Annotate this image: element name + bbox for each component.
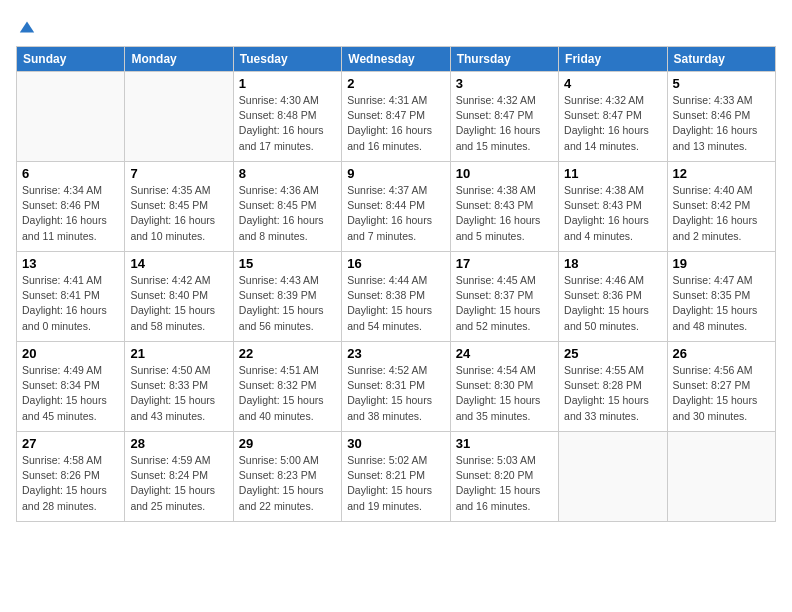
calendar-cell: 21Sunrise: 4:50 AM Sunset: 8:33 PM Dayli…	[125, 342, 233, 432]
calendar-cell: 26Sunrise: 4:56 AM Sunset: 8:27 PM Dayli…	[667, 342, 775, 432]
day-number: 26	[673, 346, 770, 361]
day-number: 29	[239, 436, 336, 451]
day-number: 21	[130, 346, 227, 361]
calendar-cell	[125, 72, 233, 162]
day-info: Sunrise: 4:49 AM Sunset: 8:34 PM Dayligh…	[22, 363, 119, 424]
day-info: Sunrise: 4:38 AM Sunset: 8:43 PM Dayligh…	[564, 183, 661, 244]
calendar-table: SundayMondayTuesdayWednesdayThursdayFrid…	[16, 46, 776, 522]
calendar-cell: 6Sunrise: 4:34 AM Sunset: 8:46 PM Daylig…	[17, 162, 125, 252]
calendar-cell: 25Sunrise: 4:55 AM Sunset: 8:28 PM Dayli…	[559, 342, 667, 432]
calendar-cell: 30Sunrise: 5:02 AM Sunset: 8:21 PM Dayli…	[342, 432, 450, 522]
day-info: Sunrise: 4:35 AM Sunset: 8:45 PM Dayligh…	[130, 183, 227, 244]
day-info: Sunrise: 4:32 AM Sunset: 8:47 PM Dayligh…	[456, 93, 553, 154]
calendar-header: SundayMondayTuesdayWednesdayThursdayFrid…	[17, 47, 776, 72]
day-number: 17	[456, 256, 553, 271]
calendar-cell: 7Sunrise: 4:35 AM Sunset: 8:45 PM Daylig…	[125, 162, 233, 252]
day-info: Sunrise: 4:37 AM Sunset: 8:44 PM Dayligh…	[347, 183, 444, 244]
calendar-cell: 4Sunrise: 4:32 AM Sunset: 8:47 PM Daylig…	[559, 72, 667, 162]
header-monday: Monday	[125, 47, 233, 72]
day-info: Sunrise: 4:30 AM Sunset: 8:48 PM Dayligh…	[239, 93, 336, 154]
day-number: 23	[347, 346, 444, 361]
day-info: Sunrise: 4:47 AM Sunset: 8:35 PM Dayligh…	[673, 273, 770, 334]
day-info: Sunrise: 4:45 AM Sunset: 8:37 PM Dayligh…	[456, 273, 553, 334]
day-number: 22	[239, 346, 336, 361]
day-number: 30	[347, 436, 444, 451]
header-friday: Friday	[559, 47, 667, 72]
day-number: 18	[564, 256, 661, 271]
day-number: 28	[130, 436, 227, 451]
header-thursday: Thursday	[450, 47, 558, 72]
calendar-cell: 14Sunrise: 4:42 AM Sunset: 8:40 PM Dayli…	[125, 252, 233, 342]
day-info: Sunrise: 4:32 AM Sunset: 8:47 PM Dayligh…	[564, 93, 661, 154]
day-number: 5	[673, 76, 770, 91]
day-number: 4	[564, 76, 661, 91]
calendar-cell: 19Sunrise: 4:47 AM Sunset: 8:35 PM Dayli…	[667, 252, 775, 342]
calendar-cell: 27Sunrise: 4:58 AM Sunset: 8:26 PM Dayli…	[17, 432, 125, 522]
day-info: Sunrise: 4:46 AM Sunset: 8:36 PM Dayligh…	[564, 273, 661, 334]
day-number: 2	[347, 76, 444, 91]
day-number: 13	[22, 256, 119, 271]
day-number: 9	[347, 166, 444, 181]
day-info: Sunrise: 4:51 AM Sunset: 8:32 PM Dayligh…	[239, 363, 336, 424]
day-number: 3	[456, 76, 553, 91]
calendar-cell: 13Sunrise: 4:41 AM Sunset: 8:41 PM Dayli…	[17, 252, 125, 342]
calendar-cell: 12Sunrise: 4:40 AM Sunset: 8:42 PM Dayli…	[667, 162, 775, 252]
header-sunday: Sunday	[17, 47, 125, 72]
day-info: Sunrise: 5:02 AM Sunset: 8:21 PM Dayligh…	[347, 453, 444, 514]
day-number: 11	[564, 166, 661, 181]
day-info: Sunrise: 5:00 AM Sunset: 8:23 PM Dayligh…	[239, 453, 336, 514]
calendar-cell	[17, 72, 125, 162]
day-info: Sunrise: 4:59 AM Sunset: 8:24 PM Dayligh…	[130, 453, 227, 514]
calendar-cell: 23Sunrise: 4:52 AM Sunset: 8:31 PM Dayli…	[342, 342, 450, 432]
calendar-cell: 10Sunrise: 4:38 AM Sunset: 8:43 PM Dayli…	[450, 162, 558, 252]
day-info: Sunrise: 4:42 AM Sunset: 8:40 PM Dayligh…	[130, 273, 227, 334]
calendar-cell: 28Sunrise: 4:59 AM Sunset: 8:24 PM Dayli…	[125, 432, 233, 522]
day-info: Sunrise: 4:34 AM Sunset: 8:46 PM Dayligh…	[22, 183, 119, 244]
day-info: Sunrise: 5:03 AM Sunset: 8:20 PM Dayligh…	[456, 453, 553, 514]
calendar-week-2: 6Sunrise: 4:34 AM Sunset: 8:46 PM Daylig…	[17, 162, 776, 252]
day-number: 7	[130, 166, 227, 181]
day-info: Sunrise: 4:50 AM Sunset: 8:33 PM Dayligh…	[130, 363, 227, 424]
day-number: 19	[673, 256, 770, 271]
calendar-cell: 31Sunrise: 5:03 AM Sunset: 8:20 PM Dayli…	[450, 432, 558, 522]
day-info: Sunrise: 4:38 AM Sunset: 8:43 PM Dayligh…	[456, 183, 553, 244]
calendar-week-5: 27Sunrise: 4:58 AM Sunset: 8:26 PM Dayli…	[17, 432, 776, 522]
day-info: Sunrise: 4:54 AM Sunset: 8:30 PM Dayligh…	[456, 363, 553, 424]
day-info: Sunrise: 4:58 AM Sunset: 8:26 PM Dayligh…	[22, 453, 119, 514]
day-number: 12	[673, 166, 770, 181]
calendar-cell: 29Sunrise: 5:00 AM Sunset: 8:23 PM Dayli…	[233, 432, 341, 522]
calendar-cell: 20Sunrise: 4:49 AM Sunset: 8:34 PM Dayli…	[17, 342, 125, 432]
calendar-cell	[559, 432, 667, 522]
day-info: Sunrise: 4:31 AM Sunset: 8:47 PM Dayligh…	[347, 93, 444, 154]
header-wednesday: Wednesday	[342, 47, 450, 72]
day-number: 8	[239, 166, 336, 181]
day-info: Sunrise: 4:33 AM Sunset: 8:46 PM Dayligh…	[673, 93, 770, 154]
day-info: Sunrise: 4:43 AM Sunset: 8:39 PM Dayligh…	[239, 273, 336, 334]
day-info: Sunrise: 4:44 AM Sunset: 8:38 PM Dayligh…	[347, 273, 444, 334]
header-saturday: Saturday	[667, 47, 775, 72]
day-number: 20	[22, 346, 119, 361]
calendar-cell: 15Sunrise: 4:43 AM Sunset: 8:39 PM Dayli…	[233, 252, 341, 342]
svg-marker-0	[20, 22, 34, 33]
calendar-cell: 17Sunrise: 4:45 AM Sunset: 8:37 PM Dayli…	[450, 252, 558, 342]
calendar-week-1: 1Sunrise: 4:30 AM Sunset: 8:48 PM Daylig…	[17, 72, 776, 162]
day-number: 6	[22, 166, 119, 181]
calendar-cell: 16Sunrise: 4:44 AM Sunset: 8:38 PM Dayli…	[342, 252, 450, 342]
calendar-cell: 8Sunrise: 4:36 AM Sunset: 8:45 PM Daylig…	[233, 162, 341, 252]
calendar-cell: 9Sunrise: 4:37 AM Sunset: 8:44 PM Daylig…	[342, 162, 450, 252]
day-info: Sunrise: 4:52 AM Sunset: 8:31 PM Dayligh…	[347, 363, 444, 424]
calendar-cell: 2Sunrise: 4:31 AM Sunset: 8:47 PM Daylig…	[342, 72, 450, 162]
day-info: Sunrise: 4:40 AM Sunset: 8:42 PM Dayligh…	[673, 183, 770, 244]
day-number: 24	[456, 346, 553, 361]
day-number: 16	[347, 256, 444, 271]
logo	[16, 16, 36, 36]
calendar-cell: 3Sunrise: 4:32 AM Sunset: 8:47 PM Daylig…	[450, 72, 558, 162]
calendar-cell: 24Sunrise: 4:54 AM Sunset: 8:30 PM Dayli…	[450, 342, 558, 432]
calendar-cell: 1Sunrise: 4:30 AM Sunset: 8:48 PM Daylig…	[233, 72, 341, 162]
day-number: 27	[22, 436, 119, 451]
day-info: Sunrise: 4:36 AM Sunset: 8:45 PM Dayligh…	[239, 183, 336, 244]
calendar-week-4: 20Sunrise: 4:49 AM Sunset: 8:34 PM Dayli…	[17, 342, 776, 432]
calendar-cell: 11Sunrise: 4:38 AM Sunset: 8:43 PM Dayli…	[559, 162, 667, 252]
calendar-week-3: 13Sunrise: 4:41 AM Sunset: 8:41 PM Dayli…	[17, 252, 776, 342]
calendar-cell: 5Sunrise: 4:33 AM Sunset: 8:46 PM Daylig…	[667, 72, 775, 162]
